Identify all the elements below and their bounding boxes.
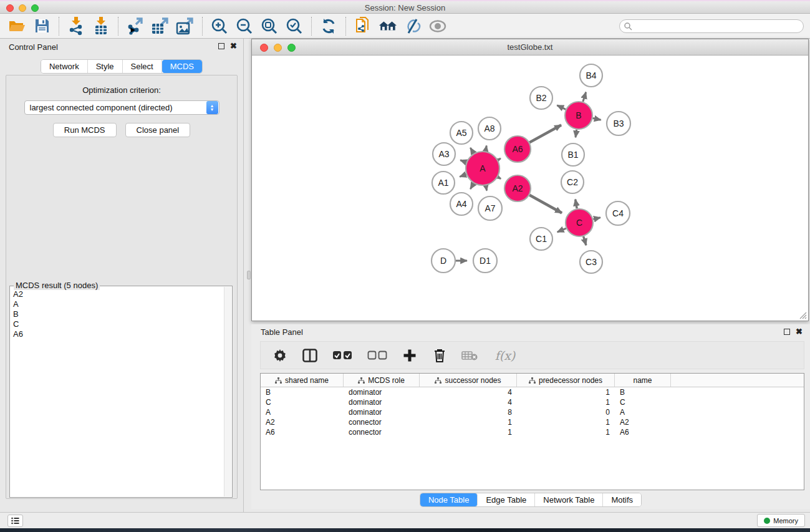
- function-builder-icon[interactable]: f(x): [491, 347, 519, 364]
- graph-edge-B-B4[interactable]: [583, 92, 586, 102]
- graph-edge-A6-B[interactable]: [529, 125, 561, 142]
- graph-edge-B-B2[interactable]: [557, 105, 566, 109]
- table-cell[interactable]: A2: [615, 418, 671, 427]
- gear-icon[interactable]: [272, 347, 288, 364]
- tab-select[interactable]: Select: [123, 60, 162, 73]
- float-table-panel-icon[interactable]: [784, 329, 790, 335]
- save-session-icon[interactable]: [32, 17, 51, 36]
- table-cell[interactable]: 1: [517, 388, 615, 397]
- table-cell[interactable]: B: [615, 388, 671, 397]
- clone-network-icon[interactable]: [354, 17, 372, 36]
- column-header-MCDS-role[interactable]: MCDS role: [344, 374, 420, 387]
- result-item[interactable]: A: [13, 299, 224, 309]
- result-item[interactable]: A6: [13, 329, 224, 339]
- table-cell[interactable]: 4: [420, 398, 517, 407]
- delete-table-icon[interactable]: [461, 347, 478, 364]
- criterion-dropdown[interactable]: largest connected component (directed) ▲…: [24, 100, 219, 115]
- table-cell[interactable]: A: [261, 408, 344, 417]
- tab-network[interactable]: Network: [41, 60, 88, 73]
- tab-network-table[interactable]: Network Table: [535, 493, 603, 506]
- zoom-selected-icon[interactable]: [285, 17, 304, 36]
- table-cell[interactable]: 4: [420, 388, 517, 397]
- column-header-successor-nodes[interactable]: successor nodes: [420, 374, 517, 387]
- graph-edge-A-A3[interactable]: [460, 160, 466, 163]
- result-item[interactable]: C: [13, 319, 224, 329]
- search-input[interactable]: [632, 22, 803, 31]
- mcds-result-list[interactable]: A2ABCA6: [11, 287, 224, 496]
- graph-edge-B-B3[interactable]: [593, 118, 601, 120]
- graph-edge-A-A1[interactable]: [460, 175, 466, 177]
- tab-motifs[interactable]: Motifs: [603, 493, 641, 506]
- memory-button[interactable]: Memory: [757, 514, 805, 527]
- table-row[interactable]: Bdominator41B: [261, 387, 804, 397]
- graph-edge-A-A8[interactable]: [486, 146, 487, 152]
- table-cell[interactable]: C: [261, 398, 344, 407]
- tab-style[interactable]: Style: [88, 60, 123, 73]
- column-header-name[interactable]: name: [615, 374, 671, 387]
- refresh-icon[interactable]: [319, 17, 338, 36]
- network-window-titlebar[interactable]: testGlobe.txt: [252, 39, 808, 56]
- table-cell[interactable]: 8: [420, 408, 517, 417]
- table-cell[interactable]: A6: [615, 428, 671, 437]
- close-panel-button[interactable]: Close panel: [125, 123, 191, 137]
- eye-icon[interactable]: [428, 17, 447, 36]
- table-cell[interactable]: C: [615, 398, 671, 407]
- table-row[interactable]: Cdominator41C: [261, 397, 804, 407]
- column-header-shared-name[interactable]: shared name: [261, 374, 344, 387]
- float-panel-icon[interactable]: [218, 43, 224, 49]
- table-cell[interactable]: B: [261, 388, 344, 397]
- export-table-icon[interactable]: [151, 17, 170, 36]
- table-cell[interactable]: 1: [517, 428, 615, 437]
- run-mcds-button[interactable]: Run MCDS: [53, 123, 117, 137]
- column-header-predecessor-nodes[interactable]: predecessor nodes: [517, 374, 615, 387]
- tab-edge-table[interactable]: Edge Table: [478, 493, 535, 506]
- graph-edge-C-C1[interactable]: [557, 228, 566, 232]
- table-row[interactable]: A6connector11A6: [261, 427, 804, 437]
- unselect-all-checkboxes-icon[interactable]: [367, 347, 388, 364]
- hide-graphics-details-icon[interactable]: [403, 17, 422, 36]
- tab-mcds[interactable]: MCDS: [162, 60, 202, 73]
- table-cell[interactable]: connector: [344, 418, 420, 427]
- close-panel-icon[interactable]: ✖: [230, 43, 237, 49]
- column-view-icon[interactable]: [302, 347, 318, 364]
- table-cell[interactable]: A6: [261, 428, 344, 437]
- zoom-fit-icon[interactable]: [260, 17, 279, 36]
- add-column-icon[interactable]: [402, 347, 418, 364]
- node-table[interactable]: shared nameMCDS rolesuccessor nodesprede…: [260, 373, 804, 490]
- table-cell[interactable]: A: [615, 408, 671, 417]
- resize-grip-icon[interactable]: [799, 312, 807, 319]
- import-network-icon[interactable]: [67, 17, 85, 36]
- table-cell[interactable]: 1: [517, 418, 615, 427]
- delete-column-icon[interactable]: [432, 347, 448, 364]
- export-network-icon[interactable]: [126, 17, 145, 36]
- graph-edge-A-A4[interactable]: [470, 183, 473, 189]
- graph-edge-A-A5[interactable]: [470, 148, 473, 153]
- graph-edge-A2-C[interactable]: [529, 195, 562, 213]
- zoom-out-icon[interactable]: [235, 17, 254, 36]
- result-item[interactable]: A2: [13, 289, 224, 299]
- graph-edge-C-C4[interactable]: [593, 218, 600, 220]
- result-scrollbar[interactable]: [224, 287, 231, 496]
- export-image-icon[interactable]: [176, 17, 195, 36]
- cybrowser-home-icon[interactable]: [378, 17, 397, 36]
- table-cell[interactable]: 1: [420, 418, 517, 427]
- table-cell[interactable]: 0: [517, 408, 615, 417]
- close-table-panel-icon[interactable]: ✖: [796, 329, 803, 335]
- table-cell[interactable]: dominator: [344, 408, 420, 417]
- open-file-icon[interactable]: [7, 17, 26, 36]
- graph-edge-B-B1[interactable]: [576, 130, 577, 138]
- show-console-button[interactable]: [7, 515, 23, 527]
- network-canvas[interactable]: AA6A2BCA5A8A3A1A4A7B2B4B3B1C2C4C1C3DD1: [252, 56, 808, 321]
- result-item[interactable]: B: [13, 309, 224, 319]
- table-cell[interactable]: dominator: [344, 388, 420, 397]
- table-cell[interactable]: 1: [420, 428, 517, 437]
- graph-edge-A-A2[interactable]: [498, 177, 501, 179]
- table-cell[interactable]: A2: [261, 418, 344, 427]
- table-cell[interactable]: connector: [344, 428, 420, 437]
- vertical-splitter-handle[interactable]: [247, 271, 251, 279]
- table-cell[interactable]: 1: [517, 398, 615, 407]
- tab-node-table[interactable]: Node Table: [420, 493, 478, 506]
- table-row[interactable]: Adominator80A: [261, 407, 804, 417]
- select-all-checkboxes-icon[interactable]: [332, 347, 353, 364]
- table-row[interactable]: A2connector11A2: [261, 417, 804, 427]
